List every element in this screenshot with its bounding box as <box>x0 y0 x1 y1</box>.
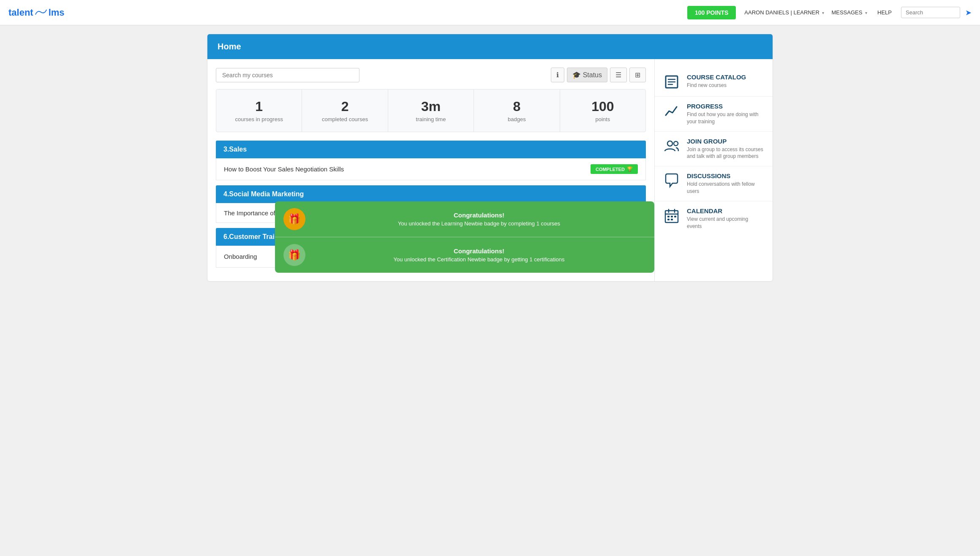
messages-menu[interactable]: MESSAGES ▾ <box>831 9 867 16</box>
svg-rect-11 <box>671 219 673 220</box>
sidebar-title-calendar: CALENDAR <box>687 207 764 214</box>
stat-badges: 8 badges <box>474 90 560 132</box>
notif-icon-2: 🎁 <box>283 244 305 266</box>
svg-point-2 <box>674 141 678 146</box>
course-group-header-smm[interactable]: 4.Social Media Marketing <box>216 185 646 203</box>
nav-search-input[interactable] <box>901 7 960 18</box>
sidebar-title-discussions: DISCUSSIONS <box>687 172 764 179</box>
svg-rect-7 <box>667 216 670 217</box>
points-button[interactable]: 100 POINTS <box>687 6 736 19</box>
logo-lms: lms <box>49 7 65 18</box>
sidebar-item-calendar[interactable]: CALENDAR View current and upcoming event… <box>655 201 773 236</box>
courses-search-input[interactable] <box>216 68 359 82</box>
course-group-header-sales[interactable]: 3.Sales <box>216 141 646 158</box>
course-catalog-icon <box>663 73 680 90</box>
notif-title-2: Congratulations! <box>312 247 646 255</box>
sidebar-text-course-catalog: COURSE CATALOG Find new courses <box>687 73 746 89</box>
status-button[interactable]: 🎓 Status <box>567 68 607 82</box>
notif-text-1: Congratulations! You unlocked the Learni… <box>312 212 646 227</box>
stats-row: 1 courses in progress 2 completed course… <box>216 89 646 132</box>
sidebar-text-progress: PROGRESS Find out how you are doing with… <box>687 103 764 125</box>
logout-icon[interactable]: ➤ <box>965 8 972 17</box>
course-group-sales: 3.Sales How to Boost Your Sales Negotiat… <box>216 141 646 180</box>
notif-text-2: Congratulations! You unlocked the Certif… <box>312 247 646 263</box>
view-controls: ℹ 🎓 Status ☰ ⊞ <box>551 68 646 82</box>
progress-icon <box>663 103 680 119</box>
stat-in-progress: 1 courses in progress <box>216 90 302 132</box>
completed-badge: COMPLETED 🏆 <box>591 164 638 174</box>
user-caret-icon: ▾ <box>822 11 824 15</box>
svg-rect-10 <box>667 219 670 220</box>
join-group-icon <box>663 138 680 155</box>
svg-rect-8 <box>671 216 673 217</box>
status-icon: 🎓 <box>572 71 581 79</box>
sidebar-item-course-catalog[interactable]: COURSE CATALOG Find new courses <box>655 68 773 97</box>
sidebar-title-join-group: JOIN GROUP <box>687 138 764 145</box>
notifications-area: 🎁 Congratulations! You unlocked the Lear… <box>275 201 654 273</box>
sidebar-desc-join-group: Join a group to access its courses and t… <box>687 146 764 160</box>
sidebar-title-progress: PROGRESS <box>687 103 764 110</box>
home-panel: Home ℹ 🎓 Status <box>207 34 773 282</box>
top-nav: talent lms 100 POINTS AARON DANIELS | LE… <box>0 0 980 25</box>
gift-icon-1: 🎁 <box>288 213 301 225</box>
stat-points: 100 points <box>560 90 645 132</box>
notification-popup-1: 🎁 Congratulations! You unlocked the Lear… <box>275 201 654 237</box>
sidebar-text-calendar: CALENDAR View current and upcoming event… <box>687 207 764 230</box>
stat-completed: 2 completed courses <box>302 90 388 132</box>
calendar-icon <box>663 207 680 224</box>
courses-search-bar: ℹ 🎓 Status ☰ ⊞ <box>216 68 646 82</box>
grid-icon: ⊞ <box>635 71 640 79</box>
notif-icon-1: 🎁 <box>283 208 305 230</box>
sidebar-desc-calendar: View current and upcoming events <box>687 216 764 230</box>
gift-icon-2: 🎁 <box>288 249 301 261</box>
grid-view-button[interactable]: ⊞ <box>629 68 646 82</box>
info-icon: ℹ <box>556 71 559 79</box>
notif-desc-1: You unlocked the Learning Newbie badge b… <box>312 220 646 227</box>
course-name: How to Boost Your Sales Negotiation Skil… <box>224 165 591 173</box>
content-area: ℹ 🎓 Status ☰ ⊞ <box>207 59 773 281</box>
right-sidebar: COURSE CATALOG Find new courses PROGRESS… <box>654 59 773 281</box>
logo-icon <box>34 9 48 16</box>
sidebar-item-progress[interactable]: PROGRESS Find out how you are doing with… <box>655 97 773 132</box>
sidebar-item-join-group[interactable]: JOIN GROUP Join a group to access its co… <box>655 132 773 167</box>
sidebar-desc-progress: Find out how you are doing with your tra… <box>687 111 764 125</box>
home-header: Home <box>207 34 773 59</box>
sidebar-item-discussions[interactable]: DISCUSSIONS Hold conversations with fell… <box>655 166 773 201</box>
main-wrapper: Home ℹ 🎓 Status <box>199 34 781 282</box>
list-view-button[interactable]: ☰ <box>610 68 627 82</box>
left-main: ℹ 🎓 Status ☰ ⊞ <box>207 59 654 281</box>
sidebar-title-course-catalog: COURSE CATALOG <box>687 73 746 81</box>
notif-desc-2: You unlocked the Certification Newbie ba… <box>312 256 646 263</box>
sidebar-text-discussions: DISCUSSIONS Hold conversations with fell… <box>687 172 764 195</box>
notification-popup-2: 🎁 Congratulations! You unlocked the Cert… <box>275 237 654 273</box>
messages-caret-icon: ▾ <box>865 11 867 15</box>
notif-title-1: Congratulations! <box>312 212 646 219</box>
list-icon: ☰ <box>615 71 621 79</box>
user-menu[interactable]: AARON DANIELS | LEARNER ▾ <box>744 9 824 16</box>
help-link[interactable]: HELP <box>877 9 892 16</box>
sidebar-desc-discussions: Hold conversations with fellow users <box>687 181 764 195</box>
page-title: Home <box>218 42 241 51</box>
svg-rect-9 <box>674 216 676 217</box>
trophy-icon: 🏆 <box>627 166 633 172</box>
svg-point-1 <box>667 141 672 146</box>
sidebar-text-join-group: JOIN GROUP Join a group to access its co… <box>687 138 764 160</box>
logo: talent lms <box>8 7 65 18</box>
discussions-icon <box>663 172 680 189</box>
logo-talent: talent <box>8 7 33 18</box>
info-button[interactable]: ℹ <box>551 68 564 82</box>
course-item[interactable]: How to Boost Your Sales Negotiation Skil… <box>216 158 646 180</box>
stat-training-time: 3m training time <box>388 90 474 132</box>
sidebar-desc-course-catalog: Find new courses <box>687 82 746 89</box>
